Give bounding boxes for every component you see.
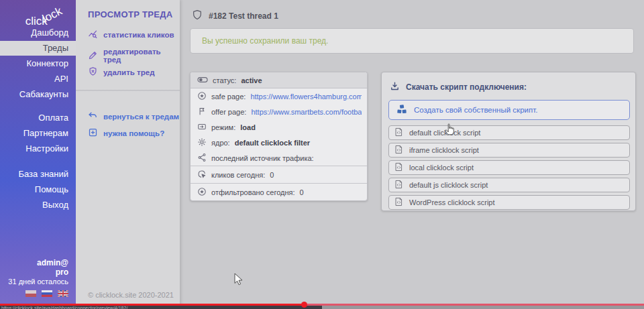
submenu-item-click-stats[interactable]: статистика кликов [88,29,174,40]
blocks-icon [396,104,408,116]
script-button-wordpress[interactable]: WordPress clicklock script [388,195,630,210]
scripts-panel-header: Скачать скрипт подключения: [390,81,629,93]
core-label: ядро: [211,139,230,147]
language-switcher [25,290,68,297]
submenu-title: ПРОСМОТР ТРЕДА [88,9,172,19]
sidebar-item-logout[interactable]: Выход [0,198,76,212]
status-value: active [241,76,262,84]
pencil-icon [88,50,98,62]
account-days-left: 31 дней осталось [8,277,68,286]
sidebar-item-help[interactable]: Помощь [0,182,76,197]
create-custom-script-button[interactable]: Создать свой собственный скрипт. [388,100,630,120]
success-alert-text: Вы успешно сохранили ваш тред. [202,36,328,46]
bottom-strip: https://clicklock.site/ava/dashboard/con… [0,306,644,309]
submenu-item-label: удалить тред [103,68,154,76]
copyright: © clicklock.site 2020-2021 [88,291,174,299]
safe-page-row: safe page: https://www.flowers4hamburg.c… [191,88,367,104]
core-value: default clicklock filter [235,139,310,147]
toggle-icon [197,76,208,85]
script-button-label: default clicklock script [409,129,480,137]
sidebar-item-api[interactable]: API [0,72,76,86]
stats-icon [88,29,98,40]
filtered-today-value: 0 [300,188,304,196]
sidebar-item-threads[interactable]: Треды [0,41,76,56]
file-code-icon [394,180,403,190]
script-button-default-js[interactable]: default js clicklock script [388,178,630,192]
file-code-icon [394,162,403,173]
progress-scrubber[interactable] [301,302,307,308]
account-plan: pro [8,267,68,277]
sidebar-item-subaccounts[interactable]: Сабакаунты [0,87,76,102]
uk-flag[interactable] [58,290,68,297]
flag-icon [197,107,207,117]
back-to-threads-link[interactable]: вернуться к тредам [88,111,179,122]
file-code-icon [394,197,403,208]
badge-star-icon [197,187,207,198]
filtered-today-row: отфильтровано сегодня: 0 [191,183,367,200]
submenu-item-label: статистика кликов [103,31,174,39]
status-header: статус: active [191,72,367,88]
sidebar-item-partners[interactable]: Партнерам [0,126,76,141]
submenu-item-delete-thread[interactable]: удалить тред [88,66,154,78]
safe-page-link[interactable]: https://www.flowers4hamburg.com/ [250,92,362,101]
account-info: admin@ pro 31 дней осталось [8,258,68,286]
main-content: #182 Test thread 1 Вы успешно сохранили … [180,0,644,309]
script-button-label: local clicklock script [409,164,474,172]
download-icon [390,81,400,93]
thread-submenu: ПРОСМОТР ТРЕДА статистика кликов редакти… [76,0,180,309]
clicks-today-row: кликов сегодня: 0 [191,166,367,183]
share-icon [197,153,207,164]
sidebar-item-dashboard[interactable]: Дашборд [0,25,76,40]
app-window: clicklock Дашборд Треды Коннектор API Са… [0,0,644,309]
sidebar-nav: Дашборд Треды Коннектор API Сабакаунты О… [0,25,76,213]
clicks-today-label: кликов сегодня: [211,171,265,179]
back-to-threads-label: вернуться к тредам [103,113,179,121]
mode-row: режим: load [191,119,367,135]
mode-label: режим: [211,123,235,131]
thread-title: #182 Test thread 1 [209,11,278,21]
russian-flag[interactable] [42,290,52,297]
scripts-panel-title: Скачать скрипт подключения: [406,82,527,92]
thread-status-card: статус: active safe page: https://www.fl… [190,72,368,201]
script-button-local[interactable]: local clicklock script [388,160,630,175]
traffic-source-label: последний источник трафика: [211,154,314,162]
sidebar-item-connector[interactable]: Коннектор [0,56,76,71]
polish-flag[interactable] [25,290,36,297]
offer-page-link[interactable]: https://www.smartbets.com/football/tea..… [251,108,362,116]
submenu-divider [76,90,180,91]
progress-played [0,304,304,306]
download-scripts-panel: Скачать скрипт подключения: Создать свой… [381,72,636,211]
clicks-today-value: 0 [270,171,274,179]
status-label: статус: [213,76,236,84]
submenu-item-edit-thread[interactable]: редактировать тред [88,48,180,64]
create-custom-script-label: Создать свой собственный скрипт. [414,106,537,114]
browser-status-url: https://clicklock.site/ava/dashboard/con… [0,306,322,309]
core-row: ядро: default clicklock filter [191,135,367,150]
mode-icon [197,122,207,133]
script-button-iframe[interactable]: iframe clicklock script [388,143,630,158]
file-code-icon [394,127,403,138]
mode-value: load [240,123,256,131]
need-help-label: нужна помощь? [103,129,164,137]
need-help-link[interactable]: нужна помощь? [88,127,164,139]
file-code-icon [394,145,403,156]
safe-page-label: safe page: [211,92,246,101]
sidebar-item-payment[interactable]: Оплата [0,111,76,125]
sidebar-item-settings[interactable]: Настройки [0,141,76,156]
help-plus-icon [88,127,98,139]
submenu-item-label: редактировать тред [103,48,180,64]
shield-icon [192,9,203,23]
gear-icon [197,137,207,148]
page-title: #182 Test thread 1 [192,9,278,23]
video-progress-bar[interactable] [0,304,644,306]
sidebar-item-knowledge-base[interactable]: База знаний [0,167,76,182]
filtered-today-label: отфильтровано сегодня: [211,188,295,196]
traffic-source-row: последний источник трафика: [191,150,367,166]
account-email: admin@ [8,258,68,267]
script-button-default[interactable]: default clicklock script [388,125,630,140]
back-icon [88,111,98,122]
success-alert: Вы успешно сохранили ваш тред. [190,28,634,54]
script-button-label: WordPress clicklock script [409,198,495,206]
script-button-label: default js clicklock script [409,181,488,189]
badge-star-icon [197,91,207,102]
